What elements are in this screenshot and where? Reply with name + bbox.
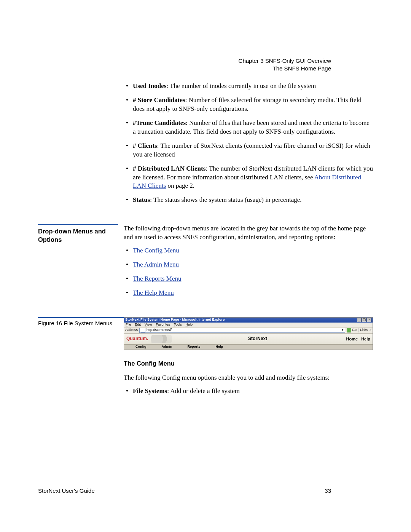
ie-address-bar: Address http://stornext/sl/▾ Go Links» [124, 327, 373, 334]
list-item: # Store Candidates: Number of files sele… [133, 96, 373, 113]
list-item: File Systems: Add or delete a file syste… [133, 387, 373, 396]
config-menu-intro: The following Config menu options enable… [124, 374, 373, 382]
menu-edit[interactable]: Edit [135, 323, 141, 327]
banner-right-links: Home Help [344, 337, 370, 341]
go-icon [347, 328, 351, 332]
address-label: Address [125, 328, 138, 332]
stornext-nav: Config Admin Reports Help [124, 344, 373, 350]
menu-file[interactable]: File [126, 323, 131, 327]
minimize-icon: _ [357, 318, 362, 322]
window-buttons: _▢× [357, 318, 371, 322]
menu-links-list: The Config Menu The Admin Menu The Repor… [124, 246, 373, 297]
screenshot-file-system-menus: StorNext File System Home Page - Microso… [124, 317, 373, 350]
list-item: #Trunc Candidates: Number of files that … [133, 119, 373, 136]
go-button[interactable]: Go [347, 328, 357, 332]
admin-menu-link[interactable]: The Admin Menu [133, 261, 179, 268]
figure-caption: Figure 16 File System Menus [38, 318, 118, 327]
list-item: The Help Menu [133, 289, 373, 297]
reports-menu-link[interactable]: The Reports Menu [133, 275, 181, 282]
stornext-banner: Quantum. StorNext Home Help [124, 334, 373, 344]
close-icon: × [367, 318, 371, 322]
page-icon [141, 328, 145, 332]
list-item: The Reports Menu [133, 275, 373, 283]
footer-title: StorNext User's Guide [38, 487, 95, 494]
menu-tools[interactable]: Tools [174, 323, 182, 327]
list-item: Status: The status shows the system stat… [133, 196, 373, 204]
window-title: StorNext File System Home Page - Microso… [125, 318, 226, 322]
quantum-logo-graphic [151, 335, 172, 343]
menu-help[interactable]: Help [185, 323, 193, 327]
nav-reports[interactable]: Reports [188, 345, 201, 349]
list-item: # Distributed LAN Clients: The number of… [133, 165, 373, 191]
config-options-list: File Systems: Add or delete a file syste… [124, 387, 373, 396]
list-item: The Admin Menu [133, 260, 373, 269]
list-item: Used Inodes: The number of inodes curren… [133, 82, 373, 91]
stornext-title: StorNext [248, 336, 267, 341]
header-section: The SNFS Home Page [239, 65, 331, 72]
dropdown-intro: The following drop-down menus are locate… [124, 224, 373, 242]
side-heading-dropdown: Drop-down Menus and Options [38, 224, 118, 244]
field-definition-list: Used Inodes: The number of inodes curren… [124, 82, 373, 204]
nav-admin[interactable]: Admin [162, 345, 172, 349]
list-item: The Config Menu [133, 246, 373, 255]
help-menu-link[interactable]: The Help Menu [133, 289, 174, 296]
nav-help[interactable]: Help [216, 345, 223, 349]
config-menu-heading: The Config Menu [124, 359, 373, 367]
page-footer: StorNext User's Guide 33 [38, 487, 331, 494]
nav-config[interactable]: Config [135, 345, 147, 349]
quantum-logo-text: Quantum. [126, 336, 148, 341]
home-link[interactable]: Home [346, 337, 358, 341]
list-item: # Clients: The number of StorNext client… [133, 142, 373, 159]
window-titlebar: StorNext File System Home Page - Microso… [124, 318, 373, 323]
ie-menubar: File Edit View Favorites Tools Help [124, 323, 373, 327]
help-link[interactable]: Help [361, 337, 370, 341]
config-menu-link[interactable]: The Config Menu [133, 247, 179, 254]
running-header: Chapter 3 SNFS-Only GUI Overview The SNF… [239, 57, 331, 73]
header-chapter: Chapter 3 SNFS-Only GUI Overview [239, 57, 331, 65]
menu-view[interactable]: View [145, 323, 152, 327]
maximize-icon: ▢ [362, 318, 366, 322]
menu-favorites[interactable]: Favorites [156, 323, 170, 327]
page-number: 33 [325, 487, 331, 494]
address-input[interactable]: http://stornext/sl/▾ [139, 328, 345, 333]
links-label[interactable]: Links [360, 328, 368, 332]
